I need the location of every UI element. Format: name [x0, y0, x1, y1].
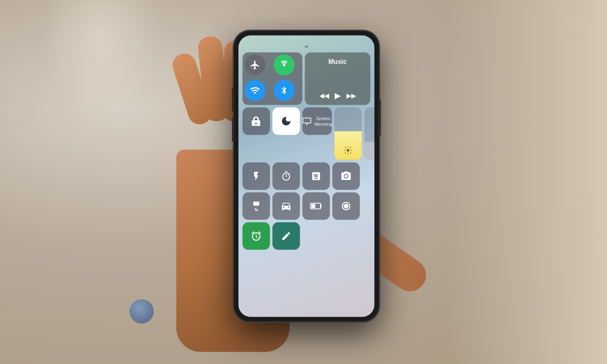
volume-up-button[interactable]: [232, 87, 233, 112]
screen-mirroring-button[interactable]: ScreenMirroring: [302, 108, 332, 135]
brightness-icon: [344, 146, 353, 157]
connectivity-block: [242, 53, 302, 105]
timer-button[interactable]: [272, 163, 300, 190]
volume-fill: [365, 142, 375, 160]
timer-icon: [281, 171, 291, 182]
screen-record-icon: [340, 201, 352, 212]
screen-mirroring-icon: [302, 118, 311, 125]
sun-icon: [344, 146, 353, 155]
camera-icon: [340, 171, 352, 182]
app-row-2: tv: [242, 193, 370, 220]
power-button[interactable]: [379, 99, 381, 136]
alarm-button[interactable]: [242, 222, 270, 250]
rewind-button[interactable]: ◀◀: [319, 91, 329, 99]
bg-right-light: [445, 0, 607, 364]
notes-icon: [281, 231, 291, 241]
brightness-slider[interactable]: [335, 108, 362, 160]
calculator-icon: [311, 171, 321, 182]
svg-rect-1: [303, 118, 311, 123]
right-sliders: [335, 108, 375, 160]
rotation-lock-button[interactable]: [242, 108, 270, 135]
moon-icon: [280, 116, 292, 127]
notes-button[interactable]: [272, 222, 300, 250]
airplane-icon: [250, 60, 260, 70]
tv-text: tv: [255, 207, 258, 212]
flashlight-button[interactable]: [242, 163, 270, 190]
bg-lamp-glow: [40, 0, 162, 121]
wifi-icon: [250, 85, 260, 95]
play-button[interactable]: ▶: [335, 91, 341, 100]
svg-point-7: [344, 204, 348, 209]
wifi-calling-button[interactable]: [274, 55, 295, 76]
quick-row: ScreenMirroring: [242, 108, 332, 135]
phone: ⌄: [233, 31, 379, 322]
apple-tv-button[interactable]: tv: [242, 193, 270, 220]
bg-blue-ball: [129, 299, 154, 324]
flashlight-icon: [251, 171, 261, 182]
app-row-3: [242, 222, 370, 250]
svg-point-3: [347, 149, 350, 152]
wifi-calling-icon: [279, 60, 289, 70]
music-controls: ◀◀ ▶ ▶▶: [319, 91, 356, 100]
volume-down-button[interactable]: [232, 118, 233, 142]
volume-icon: [374, 146, 375, 157]
battery-button[interactable]: [302, 193, 330, 220]
phone-screen: ⌄: [238, 36, 374, 317]
apple-icon: [251, 201, 261, 206]
phone-body: ⌄: [233, 31, 379, 322]
middle-section: ScreenMirroring: [242, 108, 370, 160]
screen-record-button[interactable]: [332, 193, 360, 220]
volume-slider[interactable]: [365, 108, 375, 160]
battery-icon: [310, 203, 322, 210]
svg-rect-5: [311, 204, 315, 208]
airplane-mode-button[interactable]: [244, 55, 265, 76]
do-not-disturb-button[interactable]: [272, 108, 300, 135]
scene: ⌄: [0, 0, 607, 364]
screen-mirroring-label: ScreenMirroring: [314, 115, 332, 127]
bluetooth-icon: [280, 86, 289, 95]
top-row: Music ◀◀ ▶ ▶▶: [242, 53, 370, 105]
music-tile[interactable]: Music ◀◀ ▶ ▶▶: [305, 53, 370, 105]
forward-button[interactable]: ▶▶: [346, 91, 356, 99]
speaker-icon: [374, 146, 375, 155]
left-col: ScreenMirroring: [242, 108, 332, 160]
chevron-down-icon[interactable]: ⌄: [303, 40, 310, 49]
rotation-lock-icon: [250, 116, 262, 127]
calculator-button[interactable]: [302, 163, 330, 190]
bluetooth-button[interactable]: [274, 80, 295, 101]
control-center: ⌄: [238, 36, 374, 317]
music-title: Music: [329, 58, 347, 66]
app-row-1: [242, 163, 370, 190]
alarm-icon: [250, 231, 262, 242]
carplay-button[interactable]: [272, 193, 300, 220]
camera-button[interactable]: [332, 163, 360, 190]
wifi-button[interactable]: [244, 80, 265, 101]
carplay-icon: [280, 201, 292, 212]
